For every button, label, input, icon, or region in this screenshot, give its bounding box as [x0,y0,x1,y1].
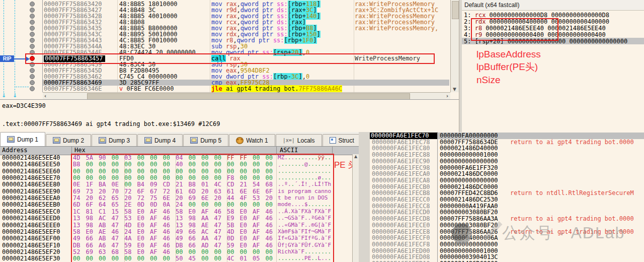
scroll-right-icon[interactable]: › [446,93,448,99]
pe-header-annotation-box [71,154,334,262]
stack-row[interactable]: 000000FA6E1FECA80000000000000000 [370,177,644,184]
debugger-window: ↓ ↓ 00007FF75886342048:8B85 18010000mov … [0,0,644,262]
jump-line [15,0,15,93]
tab-label: Dump 1 [17,136,38,143]
scroll-left-icon[interactable]: ‹ [44,93,46,99]
stack-comment: return to ntdll.RtlRegisterSecureM [510,190,634,196]
instruction-bytes: v 0F8E FC6E0000 [119,86,210,92]
calling-convention-header[interactable]: Default (x64 fastcall) [462,0,644,11]
stack-row[interactable]: 000000FA6E1FECF80000000000000000 [370,241,644,248]
annotation-lpbaseaddress: lpBaseAddress [476,48,541,60]
dump-address: 0000021486E5EE50 [2,161,60,168]
stack-row[interactable]: 000000FA6E1FECE0000000003080BF20 [370,222,644,229]
col-header-hex: Hex [74,147,86,154]
dump-address: 0000021486E5EE90 [2,188,60,195]
dump-icon [99,137,106,144]
breakpoint-dot-icon[interactable] [30,74,35,79]
rip-label: RIP [0,55,14,62]
stack-address: 000000FA6E1FEC90 [372,158,430,165]
stack-row[interactable]: 000000FA6E1FEC900000000000000000 [370,158,644,165]
dump-address: 0000021486E5EEE0 [2,222,60,229]
stack-value[interactable]: 0000000000000000 [440,177,498,184]
col-header-ascii: ASCII [280,147,298,154]
breakpoint-dot-icon[interactable] [30,86,35,91]
stack-value[interactable]: 000000003080BF20 [440,222,498,229]
status-address-info: .text:00007FF758863469 ai gpt4 trading b… [2,121,220,127]
breakpoint-dot-icon[interactable] [30,20,35,25]
tab-dump-2[interactable]: Dump 2 [46,134,91,146]
bottom-tab-bar: Dump 1Dump 2Dump 3Dump 4Dump 5Watch 1|x=… [0,132,370,146]
scroll-down-icon[interactable]: ▼ [453,87,456,92]
tab-watch-1[interactable]: Watch 1 [229,134,275,146]
dump-address: 0000021486E5EE60 [2,168,60,175]
registers-annotation-box [471,18,558,41]
stack-value[interactable]: 0000000000000000 [440,241,498,248]
tab-dump-1[interactable]: Dump 1 [0,132,45,146]
status-bar: eax=D3C4E390 .text:00007FF758863469 ai g… [0,99,459,133]
breakpoint-dot-icon[interactable] [30,80,35,85]
annotation-lpbuffer: lpBuffer(PE头) [476,61,538,73]
scrollbar-thumb[interactable] [452,1,459,19]
dump-stack-splitter[interactable] [359,132,370,262]
struct-icon [330,137,336,144]
instruction-text[interactable]: jle ai gpt4 trading bot.7FF75886A46C [211,86,362,92]
breakpoint-dot-icon[interactable] [30,32,35,37]
stack-address: 000000FA6E1FECA8 [372,177,430,184]
stack-comment: return to ai gpt4 trading bot.0000 [510,216,634,222]
dump-address: 0000021486E5EEA0 [2,195,60,202]
breakpoint-dot-icon[interactable] [30,14,35,19]
col-header-address: Address [2,147,28,154]
watch-icon [236,137,244,144]
jump-line [16,87,29,87]
breakpoint-dot-icon[interactable] [30,8,35,13]
dump-icon [190,137,198,144]
disassembly-panel[interactable]: ↓ ↓ 00007FF75886342048:8B85 18010000mov … [0,0,459,99]
dump-icon [53,137,60,144]
tab-label: Dump 4 [154,137,176,144]
annotation-nsize: nSize [476,74,501,86]
breakpoint-dot-icon[interactable] [30,68,35,73]
scroll-up-icon[interactable]: ▲ [354,154,357,159]
jump-arrow-down-icon: ↓ [13,93,17,98]
dump-icon [144,137,152,144]
tab-locals[interactable]: |x=|Locals [276,134,322,146]
tab-label: Dump 2 [63,137,84,144]
tab-label: Dump 5 [200,137,221,144]
locals-icon: |x=| [283,138,295,144]
dump-address: 0000021486E5EE40 [2,155,60,161]
stack-comment: return to ai gpt4 trading bot.0000 [510,139,634,146]
breakpoint-dot-icon[interactable] [30,44,35,49]
instruction-address[interactable]: 00007FF75886346E [44,86,117,92]
tab-label: Watch 1 [246,137,268,144]
registers-panel[interactable]: Default (x64 fastcall) 1: rcx 0000000000… [462,0,644,132]
dump-icon [7,136,15,143]
jump-arrow-down-icon: ↓ [2,93,6,98]
dump-address: 0000021486E5EF30 [2,255,60,262]
jump-line [4,0,4,93]
stack-value[interactable]: 0000000000000000 [440,158,498,165]
dump-address: 0000021486E5EEF0 [2,229,60,235]
tab-label: Struct [339,137,354,144]
stack-address: 000000FA6E1FECE0 [372,222,430,229]
disasm-row[interactable]: 00007FF75886346Ev 0F8E FC6E0000jle ai gp… [43,86,449,92]
tab-label: Locals [297,137,315,144]
stack-panel[interactable]: 000000FA6E1FEC70000000FA00000000000000FA… [370,132,644,262]
tab-label: Dump 3 [109,137,130,144]
tab-dump-4[interactable]: Dump 4 [137,134,183,146]
breakpoint-dot-icon[interactable] [30,26,35,31]
dump-vertical-scrollbar[interactable]: ▲ [352,154,359,262]
dump-address: 0000021486E5EF20 [2,249,60,255]
breakpoint-dot-icon[interactable] [30,2,35,7]
call-row-annotation-box [25,53,435,64]
dump-address: 0000021486E5EF00 [2,235,60,242]
dump-panel[interactable]: Address Hex ASCII 0000021486E5EE404D5A90… [0,146,359,262]
dump-address: 0000021486E5EEC0 [2,209,60,215]
tab-dump-5[interactable]: Dump 5 [183,134,228,146]
disasm-vertical-scrollbar[interactable]: ▼ [450,0,459,92]
dump-address: 0000021486E5EF10 [2,242,60,249]
tab-dump-3[interactable]: Dump 3 [92,134,137,146]
stack-column-divider [437,132,438,262]
disasm-horizontal-scrollbar[interactable]: ‹ › [43,92,450,100]
breakpoint-dot-icon[interactable] [30,38,35,43]
tab-struct[interactable]: Struct [323,134,361,146]
